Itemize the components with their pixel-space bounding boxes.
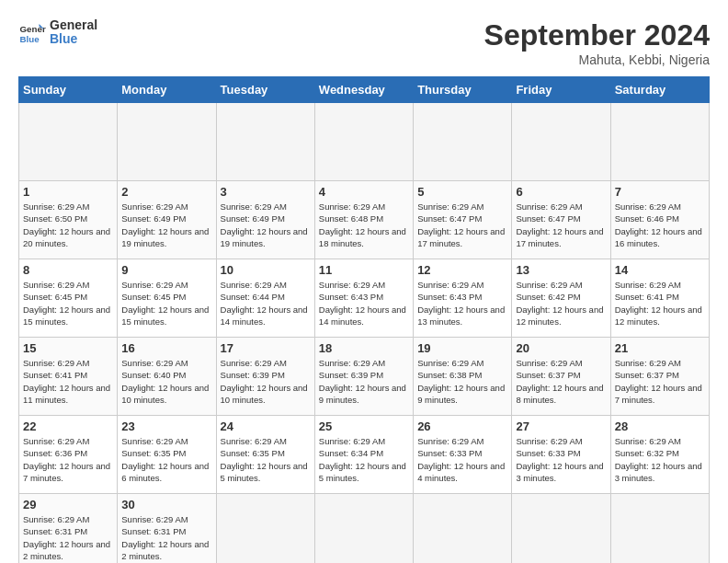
day-detail: Sunrise: 6:29 AM Sunset: 6:33 PM Dayligh…: [417, 435, 507, 484]
day-number: 5: [417, 185, 507, 199]
calendar-table: SundayMondayTuesdayWednesdayThursdayFrid…: [18, 76, 710, 563]
header-sunday: Sunday: [19, 77, 118, 103]
day-detail: Sunrise: 6:29 AM Sunset: 6:38 PM Dayligh…: [417, 357, 507, 406]
day-detail: Sunrise: 6:29 AM Sunset: 6:43 PM Dayligh…: [319, 279, 409, 327]
calendar-cell: 1 Sunrise: 6:29 AM Sunset: 6:50 PM Dayli…: [19, 181, 118, 259]
calendar-cell: 30 Sunrise: 6:29 AM Sunset: 6:31 PM Dayl…: [118, 494, 216, 564]
day-detail: Sunrise: 6:29 AM Sunset: 6:50 PM Dayligh…: [23, 201, 113, 249]
calendar-cell: [314, 103, 413, 181]
day-number: 9: [121, 263, 211, 277]
day-number: 6: [516, 185, 606, 199]
day-number: 16: [121, 341, 211, 355]
day-detail: Sunrise: 6:29 AM Sunset: 6:41 PM Dayligh…: [615, 279, 705, 327]
calendar-cell: [118, 103, 216, 181]
calendar-cell: 24 Sunrise: 6:29 AM Sunset: 6:35 PM Dayl…: [216, 416, 314, 494]
calendar-cell: 7 Sunrise: 6:29 AM Sunset: 6:46 PM Dayli…: [610, 181, 709, 259]
day-detail: Sunrise: 6:29 AM Sunset: 6:35 PM Dayligh…: [121, 435, 211, 484]
day-number: 17: [221, 341, 311, 355]
calendar-cell: 16 Sunrise: 6:29 AM Sunset: 6:40 PM Dayl…: [118, 338, 216, 416]
logo-line2: Blue: [50, 32, 97, 46]
day-number: 3: [221, 185, 311, 199]
calendar-cell: [314, 494, 413, 564]
logo-line1: General: [50, 18, 97, 32]
day-number: 29: [23, 498, 113, 511]
calendar-cell: [512, 103, 610, 181]
week-row-1: 1 Sunrise: 6:29 AM Sunset: 6:50 PM Dayli…: [19, 181, 710, 259]
calendar-cell: 27 Sunrise: 6:29 AM Sunset: 6:33 PM Dayl…: [512, 416, 610, 494]
day-number: 30: [121, 498, 211, 511]
day-detail: Sunrise: 6:29 AM Sunset: 6:46 PM Dayligh…: [615, 201, 705, 249]
day-number: 23: [121, 419, 211, 433]
day-detail: Sunrise: 6:29 AM Sunset: 6:45 PM Dayligh…: [23, 279, 113, 327]
day-number: 8: [23, 263, 113, 277]
calendar-cell: [216, 103, 314, 181]
calendar-cell: 11 Sunrise: 6:29 AM Sunset: 6:43 PM Dayl…: [314, 259, 413, 338]
calendar-cell: 12 Sunrise: 6:29 AM Sunset: 6:43 PM Dayl…: [414, 259, 512, 338]
calendar-cell: 26 Sunrise: 6:29 AM Sunset: 6:33 PM Dayl…: [414, 416, 512, 494]
day-number: 24: [221, 419, 311, 433]
calendar-cell: [610, 494, 709, 564]
day-number: 20: [516, 341, 606, 355]
day-detail: Sunrise: 6:29 AM Sunset: 6:40 PM Dayligh…: [121, 357, 211, 406]
header-wednesday: Wednesday: [314, 77, 413, 103]
calendar-cell: 28 Sunrise: 6:29 AM Sunset: 6:32 PM Dayl…: [610, 416, 709, 494]
calendar-cell: 2 Sunrise: 6:29 AM Sunset: 6:49 PM Dayli…: [118, 181, 216, 259]
title-block: September 2024 Mahuta, Kebbi, Nigeria: [484, 18, 710, 67]
day-detail: Sunrise: 6:29 AM Sunset: 6:32 PM Dayligh…: [615, 435, 705, 484]
day-number: 27: [516, 419, 606, 433]
calendar-cell: 19 Sunrise: 6:29 AM Sunset: 6:38 PM Dayl…: [414, 338, 512, 416]
calendar-cell: [414, 103, 512, 181]
day-number: 25: [319, 419, 409, 433]
logo: General Blue General Blue: [18, 18, 97, 47]
svg-text:Blue: Blue: [20, 34, 40, 44]
day-detail: Sunrise: 6:29 AM Sunset: 6:43 PM Dayligh…: [417, 279, 507, 327]
day-detail: Sunrise: 6:29 AM Sunset: 6:39 PM Dayligh…: [221, 357, 311, 406]
day-detail: Sunrise: 6:29 AM Sunset: 6:35 PM Dayligh…: [221, 435, 311, 484]
week-row-2: 8 Sunrise: 6:29 AM Sunset: 6:45 PM Dayli…: [19, 259, 710, 338]
svg-text:General: General: [20, 24, 47, 34]
day-detail: Sunrise: 6:29 AM Sunset: 6:37 PM Dayligh…: [615, 357, 705, 406]
day-detail: Sunrise: 6:29 AM Sunset: 6:36 PM Dayligh…: [23, 435, 113, 484]
day-number: 10: [221, 263, 311, 277]
calendar-body: 1 Sunrise: 6:29 AM Sunset: 6:50 PM Dayli…: [19, 103, 710, 564]
calendar-cell: 23 Sunrise: 6:29 AM Sunset: 6:35 PM Dayl…: [118, 416, 216, 494]
calendar-cell: [610, 103, 709, 181]
day-number: 19: [417, 341, 507, 355]
logo-icon: General Blue: [18, 18, 46, 46]
day-number: 7: [615, 185, 705, 199]
page-header: General Blue General Blue September 2024…: [18, 18, 710, 67]
day-number: 14: [615, 263, 705, 277]
day-number: 22: [23, 419, 113, 433]
calendar-cell: 6 Sunrise: 6:29 AM Sunset: 6:47 PM Dayli…: [512, 181, 610, 259]
day-detail: Sunrise: 6:29 AM Sunset: 6:48 PM Dayligh…: [319, 201, 409, 249]
calendar-cell: 10 Sunrise: 6:29 AM Sunset: 6:44 PM Dayl…: [216, 259, 314, 338]
calendar-cell: [216, 494, 314, 564]
calendar-cell: 4 Sunrise: 6:29 AM Sunset: 6:48 PM Dayli…: [314, 181, 413, 259]
header-tuesday: Tuesday: [216, 77, 314, 103]
header-friday: Friday: [512, 77, 610, 103]
day-detail: Sunrise: 6:29 AM Sunset: 6:34 PM Dayligh…: [319, 435, 409, 484]
calendar-cell: 5 Sunrise: 6:29 AM Sunset: 6:47 PM Dayli…: [414, 181, 512, 259]
calendar-cell: 29 Sunrise: 6:29 AM Sunset: 6:31 PM Dayl…: [19, 494, 118, 564]
day-detail: Sunrise: 6:29 AM Sunset: 6:44 PM Dayligh…: [221, 279, 311, 327]
day-detail: Sunrise: 6:29 AM Sunset: 6:45 PM Dayligh…: [121, 279, 211, 327]
calendar-cell: 22 Sunrise: 6:29 AM Sunset: 6:36 PM Dayl…: [19, 416, 118, 494]
day-detail: Sunrise: 6:29 AM Sunset: 6:37 PM Dayligh…: [516, 357, 606, 406]
day-number: 28: [615, 419, 705, 433]
day-number: 13: [516, 263, 606, 277]
day-detail: Sunrise: 6:29 AM Sunset: 6:31 PM Dayligh…: [121, 513, 211, 562]
day-detail: Sunrise: 6:29 AM Sunset: 6:47 PM Dayligh…: [516, 201, 606, 249]
logo-text: General Blue: [50, 18, 97, 47]
day-detail: Sunrise: 6:29 AM Sunset: 6:33 PM Dayligh…: [516, 435, 606, 484]
day-number: 21: [615, 341, 705, 355]
calendar-cell: 15 Sunrise: 6:29 AM Sunset: 6:41 PM Dayl…: [19, 338, 118, 416]
header-saturday: Saturday: [610, 77, 709, 103]
day-detail: Sunrise: 6:29 AM Sunset: 6:49 PM Dayligh…: [121, 201, 211, 249]
calendar-cell: [512, 494, 610, 564]
day-number: 15: [23, 341, 113, 355]
calendar-cell: [19, 103, 118, 181]
calendar-cell: 25 Sunrise: 6:29 AM Sunset: 6:34 PM Dayl…: [314, 416, 413, 494]
day-number: 18: [319, 341, 409, 355]
week-row-4: 22 Sunrise: 6:29 AM Sunset: 6:36 PM Dayl…: [19, 416, 710, 494]
calendar-cell: 3 Sunrise: 6:29 AM Sunset: 6:49 PM Dayli…: [216, 181, 314, 259]
